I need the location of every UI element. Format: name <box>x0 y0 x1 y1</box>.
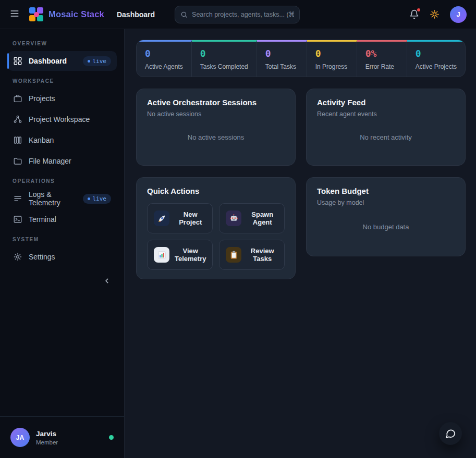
online-status-dot <box>109 435 114 440</box>
stats-row: 0 Active Agents 0 Tasks Completed 0 Tota… <box>136 40 466 77</box>
sidebar-item-label: Kanban <box>29 136 54 144</box>
user-avatar: JA <box>10 428 30 447</box>
user-role: Member <box>36 439 58 445</box>
new-project-button[interactable]: New Project <box>147 203 213 233</box>
empty-state-text: No recent activity <box>317 118 455 156</box>
notifications-button[interactable] <box>409 9 419 19</box>
sidebar-item-label: Projects <box>29 94 55 103</box>
empty-state-text: No budget data <box>317 206 455 247</box>
sessions-card: Active Orchestrator Sessions No active s… <box>136 89 296 166</box>
user-initials: JA <box>16 434 24 441</box>
live-dot <box>88 197 90 200</box>
card-subtitle: Usage by model <box>317 199 455 206</box>
live-dot <box>88 60 90 63</box>
sidebar-item-settings[interactable]: Settings <box>7 247 117 267</box>
search-bar[interactable] <box>175 6 300 23</box>
sidebar-item-logs-telemetry[interactable]: Logs & Telemetry live <box>7 189 117 208</box>
grid-icon <box>13 56 22 66</box>
stat-label: Active Agents <box>145 63 183 70</box>
section-label-workspace: WORKSPACE <box>13 78 112 84</box>
card-title: Active Orchestrator Sessions <box>147 98 285 107</box>
chart-icon <box>154 247 169 263</box>
empty-state-text: No active sessions <box>147 118 285 156</box>
user-profile-card[interactable]: JA Jarvis Member <box>0 416 124 458</box>
sidebar-item-label: Terminal <box>29 215 56 224</box>
sun-icon <box>430 9 440 19</box>
notification-badge-dot <box>417 8 420 11</box>
chevron-left-icon <box>103 277 111 285</box>
action-label: Spawn Agent <box>247 211 278 226</box>
stat-value: 0 <box>315 48 348 59</box>
hamburger-menu-button[interactable] <box>9 8 20 20</box>
stat-value: 0 <box>200 48 248 59</box>
folder-icon <box>13 156 22 166</box>
user-avatar-button[interactable]: J <box>450 6 467 23</box>
user-name: Jarvis <box>36 430 58 438</box>
terminal-icon <box>13 215 22 224</box>
card-subtitle: No active sessions <box>147 110 285 118</box>
stat-active-projects: 0 Active Projects <box>407 40 465 77</box>
breadcrumb: Dashboard <box>117 10 155 19</box>
search-input[interactable] <box>192 11 294 18</box>
kanban-icon <box>13 135 22 145</box>
section-label-operations: OPERATIONS <box>13 178 112 184</box>
action-label: Review Tasks <box>247 247 278 263</box>
quick-actions-card: Quick Actions New Project Spawn Agent <box>136 177 296 279</box>
theme-toggle-button[interactable] <box>430 9 440 19</box>
activity-feed-card: Activity Feed Recent agent events No rec… <box>306 89 466 166</box>
stat-in-progress: 0 In Progress <box>307 40 357 77</box>
action-label: View Telemetry <box>175 247 206 263</box>
rocket-icon <box>154 211 169 226</box>
stat-label: Total Tasks <box>265 63 298 70</box>
review-tasks-button[interactable]: Review Tasks <box>219 240 285 270</box>
sidebar-item-project-workspace[interactable]: Project Workspace <box>7 109 117 129</box>
clipboard-icon <box>226 247 241 263</box>
sidebar-item-label: File Manager <box>29 157 71 165</box>
sidebar-item-projects[interactable]: Projects <box>7 89 117 108</box>
nodes-icon <box>13 115 22 124</box>
avatar-initial: J <box>456 10 460 18</box>
stat-label: Error Rate <box>365 63 398 70</box>
robot-icon <box>226 211 241 226</box>
stat-value: 0 <box>145 48 183 59</box>
sidebar: OVERVIEW Dashboard live WORKSPACE Projec… <box>0 29 125 458</box>
sidebar-item-terminal[interactable]: Terminal <box>7 209 117 229</box>
live-badge: live <box>83 194 112 204</box>
token-budget-card: Token Budget Usage by model No budget da… <box>306 177 466 256</box>
top-bar: Mosaic Stack Dashboard J <box>0 0 476 29</box>
sidebar-item-label: Settings <box>29 253 55 261</box>
gear-icon <box>13 252 22 262</box>
sidebar-item-label: Dashboard <box>29 57 67 65</box>
section-label-system: SYSTEM <box>13 237 112 242</box>
stat-value: 0 <box>265 48 298 59</box>
sidebar-item-kanban[interactable]: Kanban <box>7 130 117 150</box>
view-telemetry-button[interactable]: View Telemetry <box>147 240 213 270</box>
logs-icon <box>13 194 22 203</box>
mosaic-logo-icon <box>29 7 43 21</box>
stat-value: 0% <box>365 48 398 59</box>
briefcase-icon <box>13 94 22 103</box>
sidebar-item-dashboard[interactable]: Dashboard live <box>7 51 117 71</box>
chat-button[interactable] <box>439 422 462 445</box>
hamburger-icon <box>9 8 20 20</box>
action-label: New Project <box>175 211 206 226</box>
section-label-overview: OVERVIEW <box>13 41 112 46</box>
sidebar-item-label: Logs & Telemetry <box>29 190 77 207</box>
chat-bubble-icon <box>445 428 456 439</box>
card-title: Activity Feed <box>317 98 455 107</box>
card-subtitle: Recent agent events <box>317 110 455 118</box>
stat-label: Tasks Completed <box>200 63 248 70</box>
stat-error-rate: 0% Error Rate <box>357 40 407 77</box>
logo-center-dot <box>34 12 39 17</box>
spawn-agent-button[interactable]: Spawn Agent <box>219 203 285 233</box>
stat-total-tasks: 0 Total Tasks <box>257 40 307 77</box>
card-title: Token Budget <box>317 187 455 195</box>
sidebar-collapse-button[interactable] <box>100 274 114 288</box>
stat-label: Active Projects <box>416 63 457 70</box>
live-badge: live <box>83 56 112 66</box>
stat-label: In Progress <box>315 63 348 70</box>
stat-active-agents: 0 Active Agents <box>137 40 192 77</box>
sidebar-item-label: Project Workspace <box>29 115 90 123</box>
sidebar-item-file-manager[interactable]: File Manager <box>7 151 117 171</box>
stat-tasks-completed: 0 Tasks Completed <box>192 40 257 77</box>
